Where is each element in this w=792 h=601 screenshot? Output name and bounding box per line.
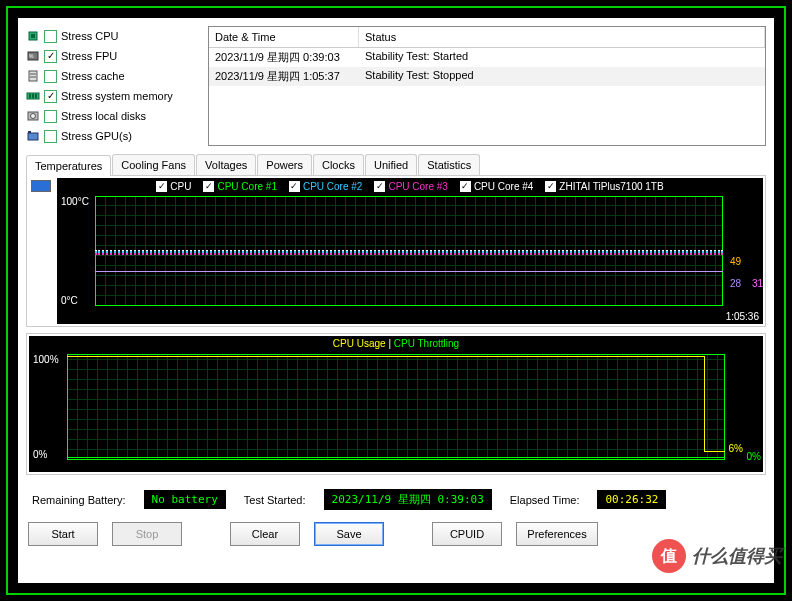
legend-label: CPU Core #1: [217, 181, 276, 192]
usage-panel: CPU Usage | CPU Throttling 100% 0% 6% 0%: [26, 333, 766, 475]
preferences-button[interactable]: Preferences: [516, 522, 598, 546]
tab-clocks[interactable]: Clocks: [313, 154, 364, 175]
log-cell-status: Stability Test: Stopped: [359, 67, 765, 86]
clear-button[interactable]: Clear: [230, 522, 300, 546]
legend-label: CPU Core #2: [303, 181, 362, 192]
log-row[interactable]: 2023/11/9 星期四 0:39:03Stability Test: Sta…: [209, 48, 765, 67]
fpu-icon: %: [26, 49, 40, 63]
stress-label-0: Stress CPU: [61, 30, 118, 42]
tab-voltages[interactable]: Voltages: [196, 154, 256, 175]
log-row[interactable]: 2023/11/9 星期四 1:05:37Stability Test: Sto…: [209, 67, 765, 86]
temp-xlabel-end: 1:05:36: [726, 311, 759, 322]
sensor-selected[interactable]: [31, 180, 51, 192]
temp-value-label: 31: [752, 278, 763, 289]
legend-checkbox[interactable]: [289, 181, 300, 192]
stress-label-2: Stress cache: [61, 70, 125, 82]
watermark-text: 什么值得买: [692, 544, 782, 568]
usage-ylabel-max: 100%: [33, 354, 59, 365]
stress-checkbox-4[interactable]: [44, 110, 57, 123]
svg-rect-10: [35, 94, 37, 98]
svg-text:%: %: [29, 53, 34, 59]
start-button[interactable]: Start: [28, 522, 98, 546]
temp-value-label: 28: [730, 278, 741, 289]
stress-label-4: Stress local disks: [61, 110, 146, 122]
tab-temperatures[interactable]: Temperatures: [26, 155, 111, 176]
usage-title-b: CPU Throttling: [394, 338, 459, 349]
usage-title-a: CPU Usage: [333, 338, 386, 349]
stress-checkbox-3[interactable]: [44, 90, 57, 103]
watermark: 值 什么值得买: [652, 539, 782, 573]
svg-point-12: [31, 114, 36, 119]
stress-checkbox-5[interactable]: [44, 130, 57, 143]
tab-powers[interactable]: Powers: [257, 154, 312, 175]
elapsed-value: 00:26:32: [597, 490, 666, 509]
stress-checkbox-1[interactable]: [44, 50, 57, 63]
tab-statistics[interactable]: Statistics: [418, 154, 480, 175]
legend-checkbox[interactable]: [374, 181, 385, 192]
tab-unified[interactable]: Unified: [365, 154, 417, 175]
status-bar: Remaining Battery: No battery Test Start…: [18, 483, 774, 516]
sensor-list[interactable]: [29, 178, 57, 324]
temperature-legend: CPUCPU Core #1CPU Core #2CPU Core #3CPU …: [57, 180, 763, 192]
svg-rect-1: [31, 34, 35, 38]
legend-checkbox[interactable]: [460, 181, 471, 192]
legend-label: CPU Core #4: [474, 181, 533, 192]
gpu-icon: [26, 129, 40, 143]
battery-value: No battery: [144, 490, 226, 509]
legend-item[interactable]: CPU: [156, 181, 191, 192]
temperature-chart[interactable]: CPUCPU Core #1CPU Core #2CPU Core #3CPU …: [57, 178, 763, 324]
legend-checkbox[interactable]: [545, 181, 556, 192]
legend-item[interactable]: CPU Core #2: [289, 181, 362, 192]
usage-title: CPU Usage | CPU Throttling: [29, 338, 763, 349]
legend-item[interactable]: CPU Core #1: [203, 181, 276, 192]
legend-checkbox[interactable]: [156, 181, 167, 192]
cpuid-button[interactable]: CPUID: [432, 522, 502, 546]
legend-label: CPU Core #3: [388, 181, 447, 192]
log-header-status[interactable]: Status: [359, 27, 765, 47]
legend-item[interactable]: ZHITAI TiPlus7100 1TB: [545, 181, 663, 192]
usage-title-sep: |: [388, 338, 391, 349]
usage-chart[interactable]: CPU Usage | CPU Throttling 100% 0% 6% 0%: [29, 336, 763, 472]
stress-checkbox-0[interactable]: [44, 30, 57, 43]
app-window: Stress CPU% Stress FPU Stress cache Stre…: [6, 6, 786, 595]
started-value: 2023/11/9 星期四 0:39:03: [324, 489, 492, 510]
stress-options: Stress CPU% Stress FPU Stress cache Stre…: [26, 26, 198, 146]
stress-label-5: Stress GPU(s): [61, 130, 132, 142]
svg-rect-14: [28, 131, 31, 133]
svg-rect-8: [29, 94, 31, 98]
temp-value-label: 49: [730, 256, 741, 267]
battery-label: Remaining Battery:: [32, 494, 126, 506]
legend-label: ZHITAI TiPlus7100 1TB: [559, 181, 663, 192]
content-panel: Stress CPU% Stress FPU Stress cache Stre…: [18, 18, 774, 583]
usage-ylabel-min: 0%: [33, 449, 47, 460]
stress-label-3: Stress system memory: [61, 90, 173, 102]
log-cell-dt: 2023/11/9 星期四 1:05:37: [209, 67, 359, 86]
tab-cooling-fans[interactable]: Cooling Fans: [112, 154, 195, 175]
legend-checkbox[interactable]: [203, 181, 214, 192]
cache-icon: [26, 69, 40, 83]
stress-label-1: Stress FPU: [61, 50, 117, 62]
stress-checkbox-2[interactable]: [44, 70, 57, 83]
log-header-datetime[interactable]: Date & Time: [209, 27, 359, 47]
log-cell-status: Stability Test: Started: [359, 48, 765, 67]
elapsed-label: Elapsed Time:: [510, 494, 580, 506]
log-cell-dt: 2023/11/9 星期四 0:39:03: [209, 48, 359, 67]
started-label: Test Started:: [244, 494, 306, 506]
legend-item[interactable]: CPU Core #4: [460, 181, 533, 192]
svg-rect-13: [28, 133, 38, 140]
watermark-icon: 值: [652, 539, 686, 573]
stop-button: Stop: [112, 522, 182, 546]
save-button[interactable]: Save: [314, 522, 384, 546]
temperature-panel: CPUCPU Core #1CPU Core #2CPU Core #3CPU …: [26, 175, 766, 327]
tab-strip: TemperaturesCooling FansVoltagesPowersCl…: [26, 154, 766, 175]
throttling-end-value: 0%: [747, 451, 761, 462]
svg-rect-9: [32, 94, 34, 98]
legend-item[interactable]: CPU Core #3: [374, 181, 447, 192]
legend-label: CPU: [170, 181, 191, 192]
temp-ylabel-max: 100°C: [61, 196, 89, 207]
disk-icon: [26, 109, 40, 123]
cpu-icon: [26, 29, 40, 43]
usage-end-value: 6%: [729, 443, 743, 454]
event-log: Date & Time Status 2023/11/9 星期四 0:39:03…: [208, 26, 766, 146]
temp-ylabel-min: 0°C: [61, 295, 78, 306]
